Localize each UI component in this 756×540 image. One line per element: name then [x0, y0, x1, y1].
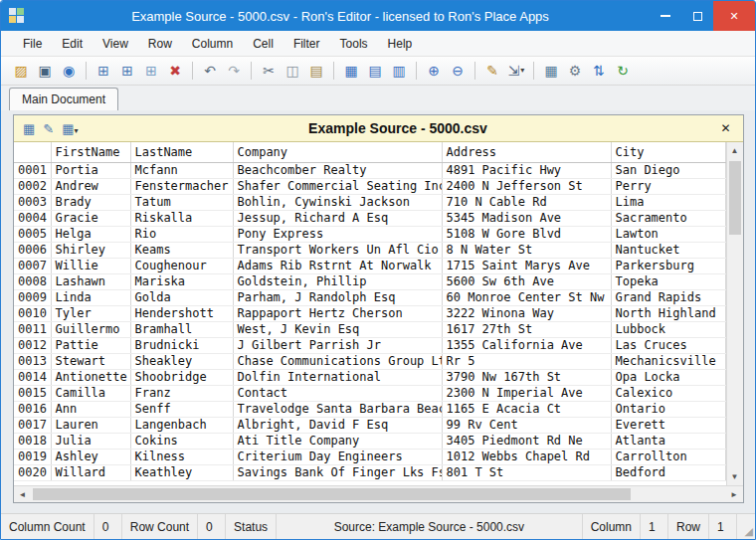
- cell[interactable]: 3790 Nw 167th St: [442, 369, 611, 385]
- table-row[interactable]: 0020WillardKeathleySavings Bank Of Finge…: [14, 464, 725, 480]
- menu-row[interactable]: Row: [138, 33, 182, 55]
- table-row[interactable]: 0006ShirleyKeamsTransport Workers Un Afl…: [14, 242, 725, 258]
- table-row[interactable]: 0001PortiaMcfannBeachcomber Realty4891 P…: [14, 162, 725, 178]
- scroll-up-icon[interactable]: ▲: [727, 142, 743, 159]
- cell[interactable]: 1012 Webbs Chapel Rd: [442, 449, 611, 464]
- menu-help[interactable]: Help: [378, 33, 423, 55]
- copy-icon[interactable]: ◫: [281, 60, 304, 83]
- row-number[interactable]: 0012: [14, 337, 51, 353]
- maximize-button[interactable]: [681, 1, 713, 31]
- row-number[interactable]: 0013: [14, 353, 51, 369]
- cell[interactable]: Rappaport Hertz Cherson: [233, 305, 442, 321]
- cell[interactable]: Chase Communications Group Ltd: [233, 353, 442, 369]
- table-row[interactable]: 0016AnnSenffTravelodge Santa Barbara Bea…: [14, 401, 725, 417]
- cell[interactable]: Ashley: [51, 449, 130, 464]
- row-number[interactable]: 0018: [14, 433, 51, 449]
- sort-icon[interactable]: ⇅: [587, 60, 611, 83]
- cell[interactable]: Carrollton: [611, 449, 725, 464]
- redo-icon[interactable]: ↷: [222, 60, 246, 83]
- table-row[interactable]: 0005HelgaRioPony Express5108 W Gore Blvd…: [14, 226, 725, 242]
- zoom-out-icon[interactable]: ⊖: [446, 60, 470, 83]
- title-bar[interactable]: Example Source - 5000.csv - Ron's Editor…: [1, 1, 755, 31]
- table-row[interactable]: 0017LaurenLangenbachAlbright, David F Es…: [14, 417, 725, 433]
- cell[interactable]: 3405 Piedmont Rd Ne: [442, 433, 611, 449]
- row-number[interactable]: 0006: [14, 242, 51, 258]
- cell[interactable]: North Highland: [611, 305, 725, 321]
- row-number[interactable]: 0020: [14, 464, 51, 480]
- menu-filter[interactable]: Filter: [284, 33, 330, 55]
- column-header-city[interactable]: City: [611, 142, 725, 162]
- cell[interactable]: Shirley: [51, 242, 130, 258]
- cell[interactable]: Contact: [233, 385, 442, 401]
- table-row[interactable]: 0015CamillaFranzContact2300 N Imperial A…: [14, 385, 725, 401]
- cell[interactable]: Linda: [51, 289, 130, 305]
- cell[interactable]: Keathley: [130, 464, 233, 480]
- table-row[interactable]: 0010TylerHendershottRappaport Hertz Cher…: [14, 305, 725, 321]
- row-number[interactable]: 0003: [14, 194, 51, 210]
- refresh-icon[interactable]: ↻: [611, 60, 635, 83]
- cell[interactable]: Langenbach: [130, 417, 233, 433]
- table-row[interactable]: 0008LashawnMariskaGoldstein, Phillip5600…: [14, 273, 725, 289]
- cell[interactable]: Travelodge Santa Barbara Beach: [233, 401, 442, 417]
- table-row[interactable]: 0018JuliaCokinsAti Title Company3405 Pie…: [14, 433, 725, 449]
- cell[interactable]: 5108 W Gore Blvd: [442, 226, 611, 242]
- row-number[interactable]: 0001: [14, 162, 51, 178]
- cell[interactable]: Lashawn: [51, 273, 130, 289]
- menu-tools[interactable]: Tools: [330, 33, 378, 55]
- cell[interactable]: Kilness: [130, 449, 233, 464]
- cell[interactable]: Savings Bank Of Finger Lks Fsb: [233, 464, 442, 480]
- table-row[interactable]: 0011GuillermoBramhallWest, J Kevin Esq16…: [14, 321, 725, 337]
- row-number[interactable]: 0002: [14, 178, 51, 194]
- cell[interactable]: Transport Workers Un Afl Cio: [233, 242, 442, 258]
- vertical-scrollbar[interactable]: ▲ ▼: [726, 142, 743, 485]
- cell[interactable]: Mariska: [130, 273, 233, 289]
- delete-icon[interactable]: ✖: [163, 60, 187, 83]
- publish-icon[interactable]: ◉: [57, 60, 81, 83]
- cell[interactable]: Brady: [51, 194, 130, 210]
- table-row[interactable]: 0003BradyTatumBohlin, Cywinski Jackson71…: [14, 194, 725, 210]
- minimize-button[interactable]: [650, 1, 681, 31]
- select-column-icon[interactable]: ▥: [387, 60, 411, 83]
- save-icon[interactable]: ▣: [33, 60, 57, 83]
- insert-column-icon[interactable]: ⊞: [139, 60, 163, 83]
- cell[interactable]: Ati Title Company: [233, 433, 442, 449]
- select-table-icon[interactable]: ▦: [339, 60, 363, 83]
- cell[interactable]: Albright, David F Esq: [233, 417, 442, 433]
- select-row-icon[interactable]: ▤: [363, 60, 387, 83]
- table-row[interactable]: 0007WillieCoughenourAdams Rib Rstrnt At …: [14, 258, 725, 273]
- cell[interactable]: Helga: [51, 226, 130, 242]
- row-number[interactable]: 0005: [14, 226, 51, 242]
- cell[interactable]: Tyler: [51, 305, 130, 321]
- table-grid-icon[interactable]: ▦: [21, 122, 37, 135]
- cell[interactable]: J Gilbert Parrish Jr: [233, 337, 442, 353]
- cell[interactable]: Mechanicsville: [611, 353, 725, 369]
- cell[interactable]: 5345 Madison Ave: [442, 210, 611, 226]
- row-number[interactable]: 0016: [14, 401, 51, 417]
- table-settings-icon[interactable]: ⚙: [563, 60, 587, 83]
- cell[interactable]: Brudnicki: [130, 337, 233, 353]
- cell[interactable]: Adams Rib Rstrnt At Norwalk: [233, 258, 442, 273]
- cell[interactable]: Shoobridge: [130, 369, 233, 385]
- vertical-scroll-thumb[interactable]: [729, 161, 741, 235]
- table-row[interactable]: 0013StewartSheakleyChase Communications …: [14, 353, 725, 369]
- document-close-icon[interactable]: ✕: [715, 119, 735, 137]
- resize-grip[interactable]: ◢: [737, 514, 755, 539]
- cell[interactable]: 2400 N Jefferson St: [442, 178, 611, 194]
- cell[interactable]: Golda: [130, 289, 233, 305]
- cell[interactable]: Sacramento: [611, 210, 725, 226]
- table-icon[interactable]: ▦: [539, 60, 563, 83]
- row-number[interactable]: 0009: [14, 289, 51, 305]
- table-row[interactable]: 0014AntionetteShoobridgeDolfin Internati…: [14, 369, 725, 385]
- cell[interactable]: 710 N Cable Rd: [442, 194, 611, 210]
- cell[interactable]: Bramhall: [130, 321, 233, 337]
- cell[interactable]: 1355 California Ave: [442, 337, 611, 353]
- cell[interactable]: Pony Express: [233, 226, 442, 242]
- undo-icon[interactable]: ↶: [198, 60, 222, 83]
- cell[interactable]: Parkersburg: [611, 258, 725, 273]
- cell[interactable]: Calexico: [611, 385, 725, 401]
- cell[interactable]: Portia: [51, 162, 130, 178]
- row-number[interactable]: 0004: [14, 210, 51, 226]
- paste-icon[interactable]: ▤: [304, 60, 328, 83]
- cell[interactable]: Franz: [130, 385, 233, 401]
- cell[interactable]: Jessup, Richard A Esq: [233, 210, 442, 226]
